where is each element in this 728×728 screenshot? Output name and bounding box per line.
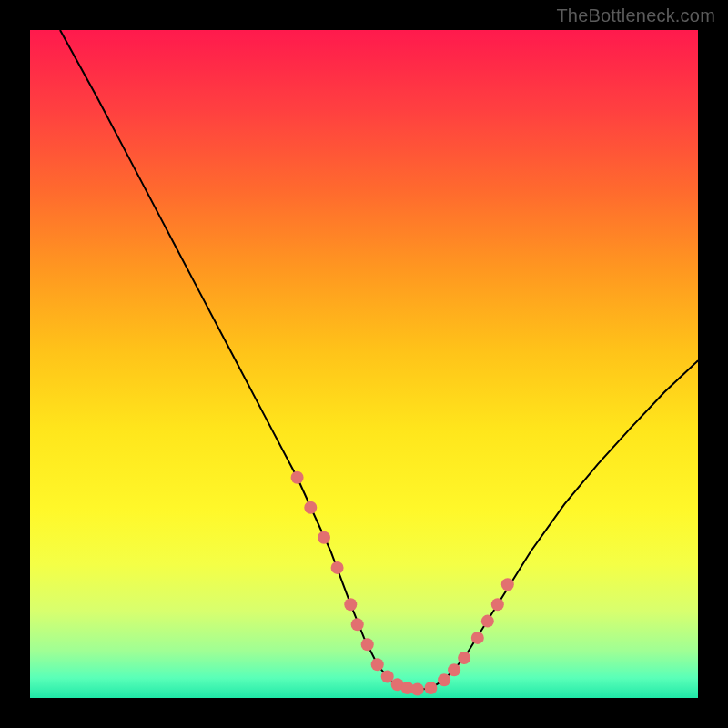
marker-dot (331, 561, 344, 574)
watermark-text: TheBottleneck.com (556, 5, 715, 26)
marker-dot (424, 682, 437, 694)
plot-area (30, 30, 698, 698)
curve-path (60, 30, 698, 690)
marker-dot (371, 658, 384, 671)
marker-dot (344, 598, 357, 611)
marker-dot (304, 501, 317, 514)
marker-dot (501, 578, 514, 591)
marker-dot (448, 663, 460, 676)
marker-dot (381, 671, 394, 683)
marker-dot (438, 673, 450, 686)
marker-group (291, 471, 514, 696)
marker-dot (471, 632, 484, 644)
chart-frame: TheBottleneck.com (0, 0, 728, 728)
marker-dot (318, 531, 330, 544)
marker-dot (481, 615, 494, 628)
marker-dot (411, 683, 424, 696)
marker-dot (491, 598, 504, 611)
marker-dot (361, 638, 374, 651)
chart-svg (30, 30, 698, 698)
marker-dot (458, 652, 470, 664)
marker-dot (291, 471, 304, 484)
marker-dot (351, 618, 364, 631)
